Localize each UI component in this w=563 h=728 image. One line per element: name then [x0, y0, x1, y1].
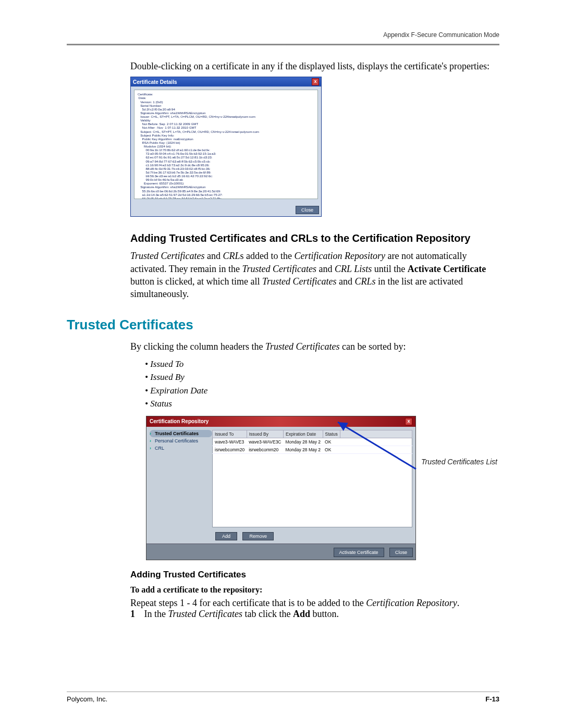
- intro-paragraph: Double-clicking on a certificate in any …: [130, 60, 499, 72]
- callout-container: Trusted Certificates List: [416, 416, 499, 466]
- txt: By clicking the column headers the: [130, 341, 265, 352]
- arrow-icon: [280, 412, 426, 485]
- cell: wave3-WAVE3: [213, 438, 247, 446]
- txt: button is clicked, at which time all: [130, 276, 262, 287]
- footer-left: Polycom, Inc.: [67, 695, 107, 703]
- dialog-body: Certificate: Data: Version: 1 (0x0) Seri…: [131, 87, 321, 202]
- dialog-title: Certificate Details: [133, 79, 177, 85]
- txt: and: [316, 264, 335, 274]
- txt: and: [336, 276, 354, 287]
- callout-label: Trusted Certificates List: [421, 458, 499, 466]
- instruction-line: To add a certificate to the repository:: [130, 585, 499, 595]
- page-footer: Polycom, Inc. F-13: [67, 692, 499, 703]
- certificate-details-dialog: Certificate Details x Certificate: Data:…: [130, 77, 322, 217]
- txt: until the: [372, 264, 408, 274]
- list-item: Issued To: [145, 357, 499, 371]
- header-appendix: Appendix F-Secure Communication Mode: [67, 31, 499, 39]
- sort-bullets: Issued To Issued By Expiration Date Stat…: [145, 357, 499, 411]
- txt: Activate Certificate: [408, 264, 486, 274]
- dialog-footer: Close: [131, 202, 321, 216]
- txt: CRL Lists: [335, 264, 372, 274]
- sidebar-item-trusted-certificates[interactable]: Trusted Certificates: [150, 430, 212, 437]
- section-adding-trusted-crls-body: Trusted Certificates and CRLs added to t…: [130, 250, 499, 300]
- txt: Trusted Certificates: [130, 251, 205, 261]
- certificate-text: Certificate: Data: Version: 1 (0x0) Seri…: [134, 90, 318, 199]
- step-1: 1 In the Trusted Certificates tab click …: [130, 609, 499, 620]
- activate-certificate-button[interactable]: Activate Certificate: [334, 548, 384, 557]
- repo-title-text: Certification Repository: [150, 418, 209, 424]
- cell: isrwebcomm20: [247, 446, 283, 453]
- close-button[interactable]: Close: [296, 206, 319, 214]
- list-item: Issued By: [145, 371, 499, 384]
- close-button[interactable]: Close: [389, 548, 413, 557]
- repo-sidebar: Trusted Certificates Personal Certificat…: [150, 430, 212, 540]
- footer-right: F-13: [485, 695, 499, 703]
- dialog-titlebar: Certificate Details x: [131, 77, 321, 87]
- txt: In the: [144, 609, 168, 619]
- section-trusted-certificates-title: Trusted Certificates: [67, 317, 499, 333]
- add-button[interactable]: Add: [215, 532, 237, 540]
- sidebar-item-personal-certificates[interactable]: Personal Certificates: [150, 437, 212, 445]
- txt: Trusted Certificates: [262, 276, 337, 287]
- list-item: Expiration Date: [145, 384, 499, 398]
- txt: Trusted Certificates: [265, 341, 340, 352]
- section-adding-trusted-crls-title: Adding Trusted Certificates and CRLs to …: [130, 232, 499, 244]
- close-icon[interactable]: x: [312, 78, 319, 85]
- txt: Certification Repository: [295, 251, 385, 261]
- txt: button.: [310, 609, 339, 619]
- sidebar-item-crl[interactable]: CRL: [150, 445, 212, 452]
- list-item: Status: [145, 397, 499, 411]
- txt: s added to the: [240, 251, 295, 261]
- txt: Repeat steps 1 - 4 for each certificate …: [130, 598, 366, 608]
- col-issued-to[interactable]: Issued To: [213, 430, 247, 438]
- txt: .: [457, 598, 460, 608]
- txt: tab click the: [242, 609, 293, 619]
- section-adding-trusted-certs-title: Adding Trusted Certificates: [130, 570, 499, 580]
- table-button-row: Add Remove: [212, 530, 412, 540]
- txt: CRLs: [354, 276, 375, 287]
- cell: wave3-WAVE3C: [247, 438, 283, 446]
- section2-lead: By clicking the column headers the Trust…: [130, 340, 499, 353]
- intro-text: Double-clicking on a certificate in any …: [130, 60, 499, 72]
- remove-button[interactable]: Remove: [242, 532, 274, 540]
- repo-footer: Activate Certificate Close: [146, 544, 415, 560]
- txt: Add: [293, 609, 310, 619]
- txt: and: [205, 251, 223, 261]
- txt: Trusted Certificates: [242, 264, 317, 274]
- step-number: 1: [130, 609, 142, 620]
- repeat-line: Repeat steps 1 - 4 for each certificate …: [130, 598, 499, 609]
- header-rule: [67, 44, 499, 45]
- txt: Trusted Certificates: [168, 609, 242, 619]
- txt: Certification Repository: [366, 598, 457, 608]
- svg-line-0: [338, 422, 416, 469]
- txt: can be sorted by:: [339, 341, 406, 352]
- cell: isrwebcomm20: [213, 446, 247, 453]
- col-issued-by[interactable]: Issued By: [247, 430, 283, 438]
- txt: CRL: [223, 251, 240, 261]
